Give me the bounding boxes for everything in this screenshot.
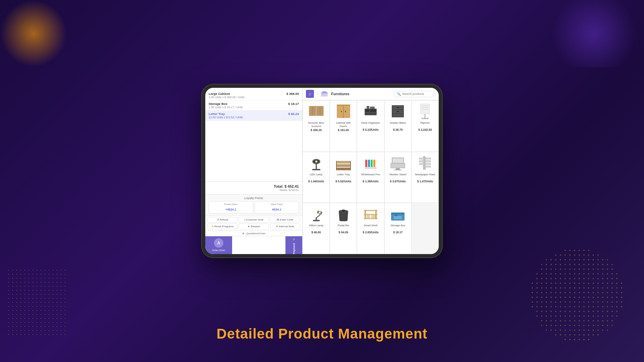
payment-button[interactable]: › Payment (285, 236, 302, 254)
quotation-button[interactable]: ⊕ Quotation/Order (205, 231, 302, 236)
loyalty-row: Points Won +4524.1 New Total 4524.1 (209, 201, 299, 214)
tag-icon: ⊕ (242, 232, 245, 235)
product-header: ⌂ › Furnitures 🔍 (303, 88, 439, 100)
svg-point-11 (341, 111, 342, 112)
svg-rect-35 (316, 164, 317, 169)
product-name: LED Lamp (310, 173, 323, 179)
svg-rect-61 (313, 220, 320, 221)
product-image-monitor (389, 154, 407, 172)
product-name: Cabinet with Doors (332, 121, 355, 128)
svg-rect-56 (426, 163, 431, 165)
product-card-newspaper[interactable]: Newspaper Rack $ 1.47/Units (412, 152, 439, 203)
product-card-drawer[interactable]: Drawer Black $ 28.75 (384, 100, 412, 152)
svg-rect-2 (322, 91, 326, 93)
customer-area[interactable]: A Anita Oliver (205, 236, 232, 254)
product-name: Pedal Bin (338, 224, 349, 230)
tablet-screen: Large Cabinet $ 368.00 1.00 Units x $ 36… (205, 88, 439, 254)
customer-note-button[interactable]: Customer Note (238, 217, 269, 223)
tablet-frame: Large Cabinet $ 368.00 1.00 Units x $ 36… (201, 84, 443, 258)
svg-rect-55 (426, 160, 431, 162)
product-name: Whiteboard Pen (361, 173, 380, 179)
svg-point-63 (319, 212, 321, 214)
reward-button[interactable]: Reward (238, 224, 269, 229)
search-box[interactable]: 🔍 (394, 91, 435, 97)
order-item[interactable]: Storage Box $ 18.17 1.00 Units x $ 18.17… (205, 101, 302, 111)
svg-rect-71 (367, 215, 370, 218)
total-value: $ 452.41 (284, 184, 299, 188)
svg-point-38 (315, 161, 317, 163)
enter-code-button[interactable]: Enter Code (270, 217, 300, 223)
product-card-shelf[interactable]: Small Shelf $ 2.83/Units (357, 203, 384, 254)
product-image-desk (362, 103, 379, 120)
search-input[interactable] (402, 92, 432, 96)
action-buttons: Refund Customer Note Enter Code Reset Pr… (205, 215, 302, 231)
product-price: $ 5.10/Units (363, 128, 378, 131)
product-card-storage[interactable]: Storage Box $ 18.17 (384, 203, 412, 254)
loyalty-title: Loyalty Points (209, 196, 299, 200)
home-button[interactable]: ⌂ (306, 90, 314, 98)
new-total-label: New Total (257, 203, 297, 206)
svg-rect-1 (321, 93, 328, 93)
product-grid: Acoustic Bloc Screens $ 339.25 (303, 100, 439, 254)
svg-rect-46 (371, 160, 373, 168)
category-icon (320, 90, 328, 98)
breadcrumb-arrow: › (317, 92, 318, 96)
product-name: Monitor Stand (389, 173, 406, 179)
svg-rect-60 (419, 163, 424, 165)
product-card-pen[interactable]: Whiteboard Pen $ 1.38/Units (357, 152, 384, 203)
svg-rect-39 (336, 161, 351, 164)
product-price: $ 1.04/Units (308, 180, 324, 183)
product-card-desk[interactable]: Desk Organizer $ 5.10/Units (357, 100, 384, 152)
product-price: $ 1.38/Units (363, 180, 378, 183)
internal-note-button[interactable]: Internal Note (270, 224, 300, 229)
product-price: $ 3.67/Units (390, 180, 406, 183)
svg-point-12 (345, 111, 346, 112)
svg-rect-50 (391, 164, 405, 168)
customer-avatar: A (214, 238, 223, 248)
points-won-value: +4524.1 (225, 208, 236, 211)
product-card-officelamp[interactable]: Office Lamp $ 46.00 (303, 203, 330, 254)
search-icon: 🔍 (397, 92, 401, 96)
svg-rect-45 (368, 160, 370, 168)
product-price: $ 5.52/Units (335, 180, 351, 183)
svg-rect-16 (370, 109, 376, 112)
product-image-shelf (362, 205, 379, 223)
product-image-flipover (416, 103, 434, 120)
product-name: Storage Box (390, 224, 405, 230)
order-item-price: $ 368.00 (286, 92, 299, 96)
loyalty-section: Loyalty Points Points Won +4524.1 New To… (205, 194, 302, 215)
reset-programs-button[interactable]: Reset Programs (207, 224, 237, 229)
svg-rect-52 (394, 170, 402, 170)
bg-dots-left (7, 268, 67, 335)
svg-rect-59 (419, 160, 424, 162)
product-image-bin (335, 205, 352, 223)
bg-dots-right (530, 248, 624, 342)
product-card-monitor[interactable]: Monitor Stand $ 3.67/Units (384, 152, 412, 203)
svg-rect-26 (420, 104, 430, 114)
svg-rect-25 (396, 111, 399, 112)
products-panel: ⌂ › Furnitures 🔍 (303, 88, 439, 254)
product-card-bin[interactable]: Pedal Bin $ 54.05 (330, 203, 357, 254)
product-price: $ 54.05 (339, 231, 348, 234)
product-image-pen (362, 154, 379, 172)
order-item-price: $ 18.17 (288, 102, 299, 106)
refund-button[interactable]: Refund (207, 217, 237, 223)
product-card-acoustic[interactable]: Acoustic Bloc Screens $ 339.25 (303, 100, 330, 152)
svg-rect-62 (316, 217, 317, 220)
points-won-label: Points Won (211, 203, 251, 206)
order-item[interactable]: Large Cabinet $ 368.00 1.00 Units x $ 36… (205, 90, 302, 101)
svg-rect-54 (426, 158, 431, 160)
new-total-value: 4524.1 (272, 208, 281, 211)
svg-rect-24 (396, 107, 399, 108)
product-card-flipover[interactable]: Flipover $ 2,242.50 (412, 100, 439, 152)
product-price: $ 2,242.50 (418, 128, 432, 131)
order-item-highlighted[interactable]: Letter Tray $ 66.24 12.00 Units x $ 5.52… (205, 111, 302, 121)
product-image-tray (335, 154, 352, 172)
product-card-cabinet[interactable]: Cabinet with Doors $ 161.00 (330, 100, 357, 152)
product-card-lamp[interactable]: LED Lamp $ 1.04/Units (303, 152, 330, 203)
svg-rect-40 (336, 164, 351, 167)
product-card-tray[interactable]: Letter Tray $ 5.52/Units (330, 152, 357, 203)
svg-rect-17 (365, 113, 376, 115)
svg-rect-74 (391, 213, 405, 215)
product-name: Small Shelf (364, 224, 377, 230)
